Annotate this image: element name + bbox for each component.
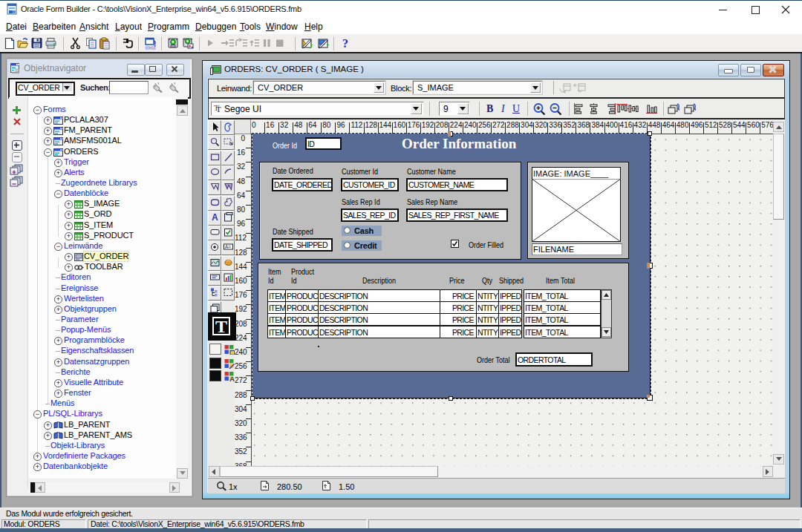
svg-text:A: A — [212, 212, 218, 223]
svg-text:A: A — [229, 375, 235, 381]
svg-text:?: ? — [342, 37, 348, 50]
svg-text:A=: A= — [225, 244, 231, 249]
